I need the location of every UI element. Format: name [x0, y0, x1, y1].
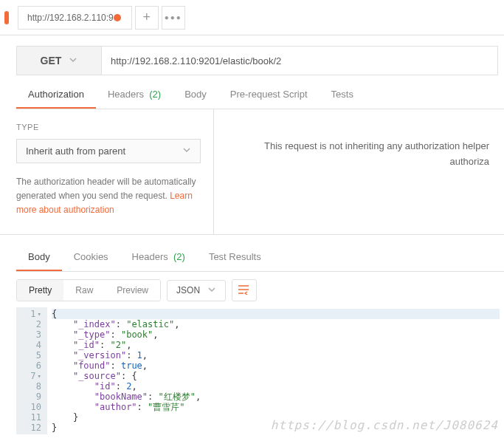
code-line: "found": true, [52, 360, 500, 371]
line-number: 4 [21, 340, 41, 350]
resp-tab-body[interactable]: Body [16, 245, 62, 271]
response-tabs: Body Cookies Headers (2) Test Results [16, 245, 504, 272]
line-number: 7▾ [21, 371, 41, 381]
authorization-panel: TYPE Inherit auth from parent The author… [0, 109, 504, 235]
auth-type-value: Inherit auth from parent [26, 146, 125, 157]
view-preview-button[interactable]: Preview [105, 280, 160, 301]
ellipsis-icon: ●●● [165, 13, 182, 21]
line-number: 5 [21, 350, 41, 360]
line-number: 12 [21, 423, 41, 433]
plus-icon: + [143, 10, 151, 25]
code-line: "_id": "2", [52, 340, 500, 350]
line-number: 10 [21, 402, 41, 412]
auth-left: TYPE Inherit auth from parent The author… [0, 109, 214, 234]
fold-toggle-icon[interactable]: ▾ [38, 371, 41, 381]
line-number: 2 [21, 319, 41, 329]
tab-authorization[interactable]: Authorization [16, 83, 96, 109]
chevron-down-icon [182, 146, 191, 157]
code-line: "id": 2, [52, 381, 500, 392]
code-line: "author": "曹雪芹" [52, 402, 500, 412]
code-line: "_index": "elastic", [52, 319, 500, 329]
resp-tab-test-results[interactable]: Test Results [197, 245, 273, 271]
top-tabs-bar: http://192.168.2.110:9 + ●●● [0, 0, 504, 35]
wrap-icon [238, 284, 251, 297]
chevron-down-icon [69, 55, 77, 66]
view-pretty-button[interactable]: Pretty [17, 280, 63, 301]
request-url-input[interactable]: http://192.168.2.110:9201/elastic/book/2 [102, 46, 498, 75]
resp-tab-headers[interactable]: Headers (2) [120, 245, 197, 271]
auth-type-select[interactable]: Inherit auth from parent [16, 139, 201, 163]
request-tab-label: http://192.168.2.110:9 [27, 13, 114, 23]
request-url-value: http://192.168.2.110:9201/elastic/book/2 [111, 55, 281, 66]
line-number: 6 [21, 360, 41, 371]
line-number: 3 [21, 329, 41, 340]
line-wrap-button[interactable] [232, 279, 257, 301]
http-method-label: GET [41, 55, 62, 66]
code-content[interactable]: { "_index": "elastic", "_type": "book", … [47, 307, 504, 434]
new-tab-button[interactable]: + [135, 6, 159, 30]
auth-type-label: TYPE [16, 123, 197, 131]
line-number: 1▾ [21, 309, 41, 319]
auth-description: The authorization header will be automat… [16, 175, 197, 218]
tab-body[interactable]: Body [173, 83, 218, 109]
tab-pre-request[interactable]: Pre-request Script [218, 83, 320, 109]
auth-right-message: This request is not inheriting any autho… [214, 109, 504, 234]
resp-tab-cookies[interactable]: Cookies [62, 245, 120, 271]
request-url-row: GET http://192.168.2.110:9201/elastic/bo… [16, 46, 498, 75]
sidebar-accent-icon [4, 11, 9, 24]
code-line: "bookName": "红楼梦", [52, 392, 500, 402]
code-line: "_type": "book", [52, 329, 500, 340]
http-method-select[interactable]: GET [16, 46, 102, 75]
code-line: "_version": 1, [52, 350, 500, 360]
request-tabs: Authorization Headers (2) Body Pre-reque… [16, 83, 504, 109]
tab-headers[interactable]: Headers (2) [96, 83, 173, 109]
view-raw-button[interactable]: Raw [63, 280, 105, 301]
line-number: 8 [21, 381, 41, 392]
request-tab[interactable]: http://192.168.2.110:9 [18, 6, 132, 30]
line-number-gutter: 1▾234567▾89101112 [16, 307, 47, 434]
body-view-controls: Pretty Raw Preview JSON [0, 272, 504, 307]
response-body-code[interactable]: 1▾234567▾89101112 { "_index": "elastic",… [16, 307, 504, 434]
watermark-text: https://blog.csdn.net/J080624 [271, 418, 498, 432]
body-format-select[interactable]: JSON [167, 280, 226, 301]
code-line: { [52, 309, 500, 319]
unsaved-indicator-icon [114, 14, 121, 21]
tabs-more-button[interactable]: ●●● [162, 6, 185, 30]
fold-toggle-icon[interactable]: ▾ [38, 309, 41, 319]
body-view-group: Pretty Raw Preview [16, 279, 161, 301]
line-number: 9 [21, 392, 41, 402]
code-line: "_source": { [52, 371, 500, 381]
line-number: 11 [21, 412, 41, 423]
chevron-down-icon [207, 285, 216, 296]
tab-tests[interactable]: Tests [320, 83, 365, 109]
